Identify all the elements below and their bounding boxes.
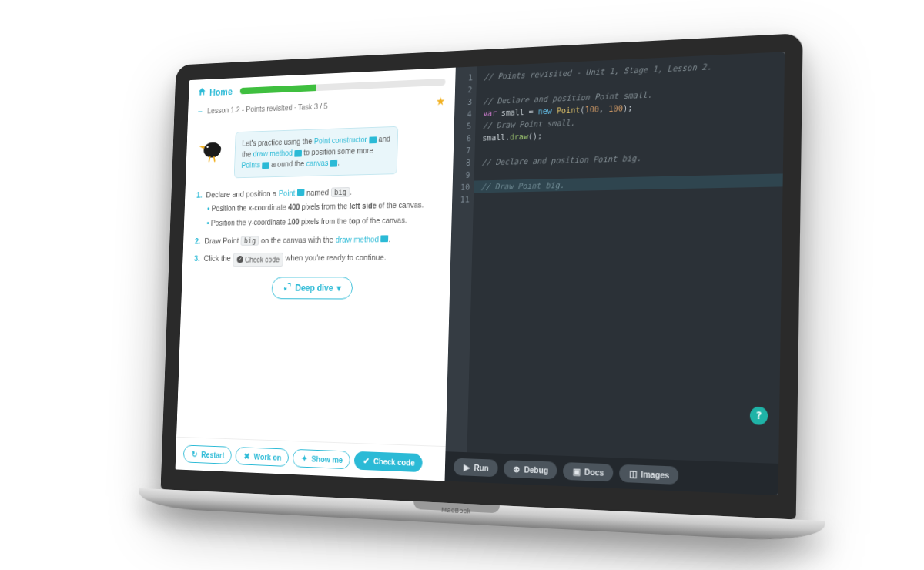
mascot-icon [197, 132, 229, 168]
lesson-content: Let's practice using the Point construct… [176, 112, 454, 447]
instruction-sub-1b: Position the y-coordinate 100 pixels fro… [206, 214, 439, 229]
chip-icon [369, 136, 377, 143]
line-highlight [474, 173, 782, 193]
code-line[interactable] [484, 70, 776, 96]
line-number: 4 [461, 108, 471, 120]
code-line[interactable] [480, 187, 775, 206]
progress-bar [240, 79, 446, 95]
instruction-step-3: 3. Click the ✓Check code when you're rea… [194, 251, 438, 267]
line-number: 8 [460, 156, 470, 169]
instruction-step-2: 2. Draw Point big on the canvas with the… [195, 232, 439, 246]
code-lines[interactable]: // Points revisited - Unit 1, Stage 1, L… [467, 52, 785, 464]
deep-dive-icon [283, 282, 292, 293]
kw-point-constructor[interactable]: Point constructor [314, 135, 367, 146]
app-screen: Home ← Lesson 1.2 - Points revisited · T… [176, 52, 785, 495]
tools-icon: ✖ [243, 451, 251, 461]
check-code-button[interactable]: ✔ Check code [354, 451, 423, 472]
folder-icon: ▣ [572, 467, 581, 476]
chip-icon [294, 150, 302, 157]
line-number: 6 [461, 132, 471, 144]
line-number: 10 [460, 181, 470, 193]
code-big: big [331, 187, 350, 197]
bug-icon: ⊛ [512, 464, 521, 474]
laptop-label: MacBook [441, 506, 471, 515]
code-line[interactable] [482, 135, 775, 156]
laptop-mockup: Home ← Lesson 1.2 - Points revisited · T… [0, 0, 924, 570]
work-on-button[interactable]: ✖ Work on [235, 447, 289, 467]
play-icon: ▶ [462, 463, 470, 472]
progress-fill [240, 85, 316, 95]
instruction-step-1: 1. Declare and position a Point named bi… [196, 183, 440, 229]
check-icon: ✔ [362, 456, 370, 465]
line-number: 11 [459, 193, 469, 206]
check-code-inline: ✓Check code [233, 253, 283, 267]
code-line[interactable]: // Draw Point big. [481, 174, 775, 193]
instruction-sub-1a: Position the x-coordinate 400 pixels fro… [207, 199, 440, 214]
kw-canvas[interactable]: canvas [306, 159, 328, 168]
breadcrumb-text: Lesson 1.2 - Points revisited · Task 3 /… [207, 102, 328, 116]
code-big-2: big [241, 236, 259, 246]
lightbulb-icon: ✦ [300, 454, 308, 463]
code-line[interactable]: // Points revisited - Unit 1, Stage 1, L… [484, 57, 776, 82]
home-link[interactable]: Home [197, 86, 233, 99]
kw-draw-method-2[interactable]: draw method [336, 234, 380, 243]
star-icon[interactable]: ★ [436, 94, 445, 108]
kw-point[interactable]: Point [279, 188, 296, 197]
code-line[interactable]: var small = new Point(100, 100); [483, 96, 776, 119]
instructions-panel: Home ← Lesson 1.2 - Points revisited · T… [176, 68, 456, 481]
code-line[interactable] [481, 161, 775, 181]
debug-button[interactable]: ⊛ Debug [504, 460, 557, 479]
home-icon [197, 86, 206, 99]
line-number: 5 [461, 120, 471, 132]
code-line[interactable]: small.draw(); [482, 122, 775, 144]
line-number: 3 [462, 96, 472, 108]
svg-point-0 [203, 142, 221, 158]
kw-draw-method[interactable]: draw method [253, 149, 293, 159]
chevron-down-icon: ▾ [337, 283, 342, 293]
code-line[interactable]: // Draw Point small. [483, 109, 776, 132]
images-icon: ◫ [628, 469, 637, 478]
images-button[interactable]: ◫ Images [619, 464, 679, 484]
code-editor-panel: 1234567891011 // Points revisited - Unit… [445, 52, 785, 495]
deep-dive-button[interactable]: Deep dive ▾ [271, 277, 353, 299]
code-line[interactable]: // Declare and position Point small. [484, 83, 776, 108]
restart-button[interactable]: ↻ Restart [183, 445, 232, 464]
docs-button[interactable]: ▣ Docs [563, 462, 613, 481]
laptop-bezel: Home ← Lesson 1.2 - Points revisited · T… [161, 33, 803, 520]
run-button[interactable]: ▶ Run [454, 458, 497, 478]
help-button[interactable]: ? [750, 407, 768, 425]
show-me-button[interactable]: ✦ Show me [293, 449, 350, 469]
line-number: 9 [460, 169, 470, 181]
intro-bubble: Let's practice using the Point construct… [234, 126, 399, 178]
line-number: 2 [462, 83, 472, 96]
chip-icon [297, 189, 305, 196]
home-label: Home [209, 86, 233, 98]
kw-points[interactable]: Points [241, 160, 260, 169]
line-number: 7 [460, 144, 470, 156]
breadcrumb-back[interactable]: ← [196, 106, 203, 115]
instruction-list: 1. Declare and position a Point named bi… [194, 183, 440, 267]
restart-icon: ↻ [190, 450, 198, 459]
line-number: 1 [463, 71, 473, 83]
editor-footer: ▶ Run ⊛ Debug ▣ Docs ◫ I [445, 451, 778, 495]
chip-icon [262, 162, 270, 169]
code-line[interactable]: // Declare and position Point big. [482, 148, 775, 169]
code-editor[interactable]: 1234567891011 // Points revisited - Unit… [446, 52, 785, 464]
